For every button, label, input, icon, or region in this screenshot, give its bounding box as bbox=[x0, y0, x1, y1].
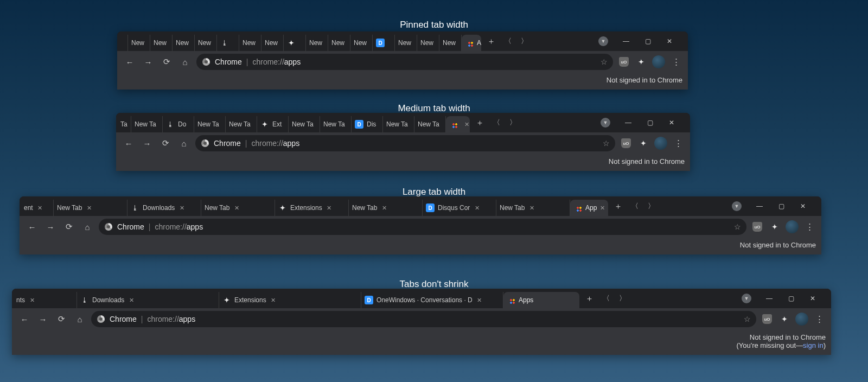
tab-active[interactable]: App✕ bbox=[570, 200, 608, 216]
new-tab-button[interactable]: ＋ bbox=[610, 199, 626, 214]
forward-button[interactable]: → bbox=[35, 311, 51, 327]
tab-close-icon[interactable]: ✕ bbox=[380, 204, 388, 212]
tab[interactable]: New bbox=[173, 35, 195, 51]
tab-active[interactable]: A✕ bbox=[462, 35, 481, 51]
maximize-button[interactable]: ▢ bbox=[774, 199, 789, 214]
new-tab-button[interactable]: ＋ bbox=[472, 115, 487, 130]
home-button[interactable]: ⌂ bbox=[176, 135, 192, 151]
new-tab-button[interactable]: ＋ bbox=[582, 291, 597, 306]
reload-button[interactable]: ⟳ bbox=[158, 54, 175, 70]
tab[interactable]: New Tab✕ bbox=[349, 200, 423, 216]
tab-scroll-right-icon[interactable]: 〉 bbox=[505, 115, 520, 130]
tab-close-icon[interactable]: ✕ bbox=[464, 120, 469, 128]
maximize-button[interactable]: ▢ bbox=[783, 291, 799, 306]
tab-active[interactable]: ✕ bbox=[446, 116, 470, 132]
tab-list-dropdown-icon[interactable]: ▼ bbox=[596, 34, 611, 49]
tab[interactable]: New Ta bbox=[226, 116, 257, 132]
tab-close-icon[interactable]: ✕ bbox=[473, 204, 481, 212]
tab-scroll-right-icon[interactable]: 〉 bbox=[643, 199, 658, 214]
forward-button[interactable]: → bbox=[140, 54, 156, 70]
back-button[interactable]: ← bbox=[16, 311, 33, 327]
profile-avatar[interactable] bbox=[651, 54, 666, 69]
tab-scroll-left-icon[interactable]: 〈 bbox=[488, 115, 503, 130]
tab-scroll-left-icon[interactable]: 〈 bbox=[598, 291, 613, 306]
menu-kebab-icon[interactable]: ⋮ bbox=[802, 219, 817, 234]
tab-scroll-left-icon[interactable]: 〈 bbox=[500, 34, 515, 49]
tab[interactable]: New Ta bbox=[131, 116, 163, 132]
tab[interactable]: New bbox=[439, 35, 462, 51]
bookmark-star-icon[interactable]: ☆ bbox=[603, 139, 610, 148]
tab-close-icon[interactable]: ✕ bbox=[476, 296, 483, 304]
menu-kebab-icon[interactable]: ⋮ bbox=[671, 136, 686, 151]
tab[interactable]: New Tab✕ bbox=[54, 200, 127, 216]
extensions-puzzle-icon[interactable]: ✦ bbox=[636, 136, 651, 151]
reload-button[interactable]: ⟳ bbox=[53, 311, 69, 327]
tab[interactable]: New Tab✕ bbox=[496, 200, 570, 216]
bookmark-star-icon[interactable]: ☆ bbox=[734, 222, 741, 231]
tab[interactable]: ⭳Do bbox=[163, 116, 194, 132]
tab-active[interactable]: Apps bbox=[503, 292, 579, 308]
profile-avatar[interactable] bbox=[784, 219, 800, 234]
back-button[interactable]: ← bbox=[120, 135, 137, 151]
bookmark-star-icon[interactable]: ☆ bbox=[601, 58, 608, 66]
extensions-puzzle-icon[interactable]: ✦ bbox=[634, 54, 649, 69]
tab[interactable]: ✦ bbox=[284, 35, 306, 51]
reload-button[interactable]: ⟳ bbox=[157, 135, 174, 151]
tab[interactable]: New bbox=[395, 35, 417, 51]
tab-close-icon[interactable]: ✕ bbox=[85, 204, 93, 212]
reload-button[interactable]: ⟳ bbox=[61, 219, 77, 235]
tab-scroll-left-icon[interactable]: 〈 bbox=[627, 199, 642, 214]
bookmark-star-icon[interactable]: ☆ bbox=[744, 315, 751, 323]
tab[interactable]: New bbox=[195, 35, 217, 51]
address-bar[interactable]: Chrome|chrome://apps☆ bbox=[195, 135, 615, 151]
ublock-extension-icon[interactable]: uO bbox=[618, 136, 634, 151]
tab[interactable]: DDisqus Cor✕ bbox=[423, 200, 496, 216]
tab-close-icon[interactable]: ✕ bbox=[127, 296, 135, 304]
tab[interactable]: New Ta bbox=[414, 116, 446, 132]
maximize-button[interactable]: ▢ bbox=[642, 115, 658, 130]
tab-close-icon[interactable]: ✕ bbox=[36, 204, 44, 212]
forward-button[interactable]: → bbox=[139, 135, 155, 151]
tab[interactable]: ⭳ bbox=[217, 35, 239, 51]
tab[interactable]: New bbox=[328, 35, 350, 51]
close-window-button[interactable]: ✕ bbox=[805, 291, 820, 306]
close-window-button[interactable]: ✕ bbox=[662, 34, 677, 49]
tab[interactable]: DOneWindows · Conversations · D✕ bbox=[361, 292, 503, 308]
menu-kebab-icon[interactable]: ⋮ bbox=[812, 311, 827, 327]
ublock-extension-icon[interactable]: uO bbox=[760, 311, 775, 327]
tab[interactable]: DDis bbox=[352, 116, 383, 132]
menu-kebab-icon[interactable]: ⋮ bbox=[668, 54, 684, 69]
tab-list-dropdown-icon[interactable]: ▼ bbox=[739, 291, 754, 306]
tab[interactable]: New Ta bbox=[320, 116, 352, 132]
address-bar[interactable]: Chrome|chrome://apps☆ bbox=[99, 219, 746, 235]
maximize-button[interactable]: ▢ bbox=[640, 34, 655, 49]
home-button[interactable]: ⌂ bbox=[79, 219, 95, 235]
home-button[interactable]: ⌂ bbox=[177, 54, 193, 70]
close-window-button[interactable]: ✕ bbox=[664, 115, 679, 130]
tab[interactable]: New bbox=[350, 35, 373, 51]
tab[interactable]: New bbox=[306, 35, 328, 51]
tab-scroll-right-icon[interactable]: 〉 bbox=[516, 34, 531, 49]
tab[interactable]: ✦Extensions✕ bbox=[219, 292, 361, 308]
ublock-extension-icon[interactable]: uO bbox=[616, 54, 631, 69]
tab-list-dropdown-icon[interactable]: ▼ bbox=[729, 199, 744, 214]
tab-close-icon[interactable]: ✕ bbox=[233, 204, 240, 212]
new-tab-button[interactable]: ＋ bbox=[483, 34, 499, 49]
tab[interactable]: Ta bbox=[117, 116, 131, 132]
tab-close-icon[interactable]: ✕ bbox=[326, 204, 333, 212]
sign-in-link[interactable]: sign in bbox=[803, 341, 824, 349]
tab[interactable]: New Ta bbox=[383, 116, 414, 132]
address-bar[interactable]: Chrome|chrome://apps☆ bbox=[196, 54, 613, 70]
minimize-button[interactable]: — bbox=[762, 291, 777, 306]
tab-close-icon[interactable]: ✕ bbox=[600, 204, 605, 212]
back-button[interactable]: ← bbox=[122, 54, 138, 70]
minimize-button[interactable]: — bbox=[618, 34, 634, 49]
tab[interactable]: New bbox=[261, 35, 284, 51]
tab[interactable]: New bbox=[417, 35, 439, 51]
profile-avatar[interactable] bbox=[653, 136, 668, 151]
tab[interactable]: ⭳Downloads✕ bbox=[127, 200, 201, 216]
tab[interactable]: New bbox=[239, 35, 261, 51]
tab-close-icon[interactable]: ✕ bbox=[528, 204, 535, 212]
tab[interactable]: New Ta bbox=[289, 116, 320, 132]
address-bar[interactable]: Chrome|chrome://apps☆ bbox=[91, 311, 756, 327]
